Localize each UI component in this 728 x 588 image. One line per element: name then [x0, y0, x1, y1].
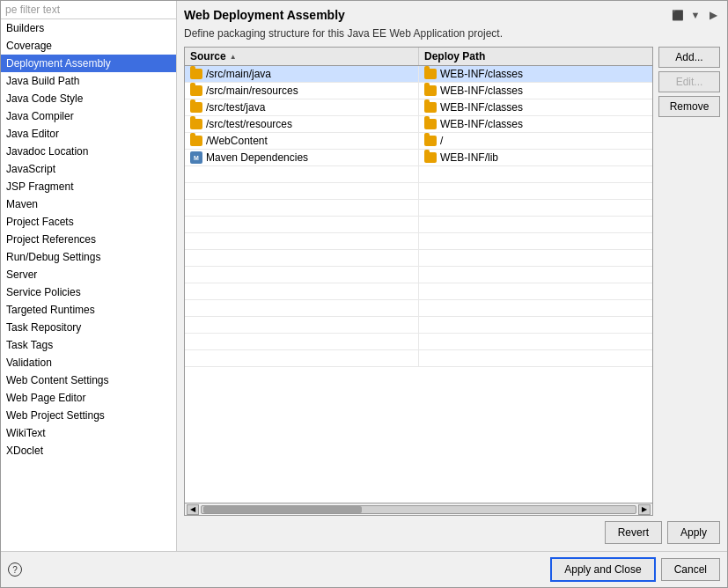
source-text: /src/main/resources	[206, 85, 298, 97]
expand-icon[interactable]: ⬛	[671, 8, 685, 22]
sidebar-item[interactable]: Web Content Settings	[1, 371, 176, 389]
cancel-button[interactable]: Cancel	[661, 558, 720, 581]
main-content: Web Deployment Assembly ⬛ ▼ ▶ Define pac…	[177, 1, 727, 551]
page-title: Web Deployment Assembly	[184, 8, 345, 22]
table-row[interactable]: /src/main/resourcesWEB-INF/classes	[185, 83, 652, 99]
description: Define packaging structure for this Java…	[184, 27, 720, 40]
filter-input[interactable]	[1, 1, 176, 19]
empty-source	[185, 350, 419, 366]
empty-source	[185, 217, 419, 232]
sidebar-item[interactable]: WikiText	[1, 424, 176, 442]
sidebar-item[interactable]: XDoclet	[1, 442, 176, 459]
empty-source	[185, 233, 419, 249]
cell-source: /src/test/java	[185, 99, 419, 115]
sidebar-item[interactable]: JSP Fragment	[1, 178, 176, 195]
help-icon[interactable]: ?	[8, 562, 22, 577]
source-text: /src/test/resources	[206, 118, 292, 130]
empty-source	[185, 317, 419, 333]
sidebar-item[interactable]: Coverage	[1, 37, 176, 55]
title-icons: ⬛ ▼ ▶	[671, 8, 720, 22]
sidebar-item[interactable]: Maven	[1, 195, 176, 213]
empty-source	[185, 267, 419, 283]
empty-deploy	[419, 206, 652, 209]
remove-button[interactable]: Remove	[658, 96, 720, 117]
collapse-icon[interactable]: ▼	[688, 8, 702, 22]
revert-button[interactable]: Revert	[605, 521, 662, 544]
table-row-empty	[185, 233, 652, 250]
empty-deploy	[419, 239, 652, 243]
sidebar-item[interactable]: Java Code Style	[1, 90, 176, 107]
sidebar-item[interactable]: JavaScript	[1, 160, 176, 178]
sidebar-item[interactable]: Builders	[1, 19, 176, 37]
table-row[interactable]: /WebContent/	[185, 133, 652, 150]
table-row[interactable]: /src/main/javaWEB-INF/classes	[185, 66, 652, 83]
info-icon[interactable]: ▶	[706, 8, 720, 22]
cell-deploy: WEB-INF/lib	[419, 150, 652, 165]
apply-close-button[interactable]: Apply and Close	[550, 557, 655, 582]
empty-source	[185, 250, 419, 266]
deploy-folder-icon	[424, 102, 437, 113]
empty-source	[185, 166, 419, 182]
sidebar-item[interactable]: Task Repository	[1, 319, 176, 336]
help-area: ?	[8, 562, 22, 577]
table-row-empty	[185, 300, 652, 317]
sidebar: BuildersCoverageDeployment AssemblyJava …	[1, 1, 177, 551]
cell-source: /src/main/java	[185, 66, 419, 82]
sort-icon: ▲	[230, 53, 237, 61]
sidebar-item[interactable]: Server	[1, 266, 176, 283]
main-title-bar: Web Deployment Assembly ⬛ ▼ ▶	[184, 8, 720, 22]
empty-deploy	[419, 356, 652, 360]
table-row[interactable]: /src/test/resourcesWEB-INF/classes	[185, 116, 652, 133]
add-button[interactable]: Add...	[658, 47, 720, 68]
deploy-text: /	[440, 135, 443, 147]
scroll-left-btn[interactable]: ◀	[187, 504, 199, 515]
table-row[interactable]: /src/test/javaWEB-INF/classes	[185, 99, 652, 116]
table-body: /src/main/javaWEB-INF/classes/src/main/r…	[185, 66, 652, 503]
sidebar-wrapper: BuildersCoverageDeployment AssemblyJava …	[1, 1, 177, 551]
edit-button[interactable]: Edit...	[658, 71, 720, 92]
sidebar-item[interactable]: Web Project Settings	[1, 407, 176, 424]
table-row-empty	[185, 183, 652, 200]
cell-deploy: WEB-INF/classes	[419, 83, 652, 99]
sidebar-item[interactable]: Project References	[1, 231, 176, 248]
folder-icon	[190, 119, 202, 129]
empty-deploy	[419, 256, 652, 260]
empty-deploy	[419, 306, 652, 310]
cell-deploy: WEB-INF/classes	[419, 116, 652, 132]
deploy-text: WEB-INF/classes	[440, 118, 523, 130]
sidebar-item[interactable]: Java Compiler	[1, 107, 176, 125]
sidebar-item[interactable]: Javadoc Location	[1, 143, 176, 160]
deploy-folder-icon	[424, 136, 437, 146]
sidebar-item[interactable]: Service Policies	[1, 283, 176, 301]
source-text: /src/test/java	[206, 101, 265, 114]
sidebar-item[interactable]: Run/Debug Settings	[1, 248, 176, 266]
deploy-text: WEB-INF/classes	[440, 85, 523, 97]
empty-source	[185, 300, 419, 316]
scroll-right-btn[interactable]: ▶	[638, 504, 651, 515]
sidebar-item[interactable]: Java Build Path	[1, 72, 176, 90]
scroll-thumb[interactable]	[203, 506, 362, 513]
cell-deploy: /	[419, 133, 652, 149]
table-row-empty	[185, 217, 652, 233]
cell-source: /src/test/resources	[185, 116, 419, 132]
sidebar-item[interactable]: Deployment Assembly	[1, 55, 176, 72]
table-header: Source ▲ Deploy Path	[185, 48, 652, 66]
action-buttons: Add... Edit... Remove	[658, 47, 720, 516]
deploy-text: WEB-INF/lib	[440, 151, 498, 164]
table-row[interactable]: MMaven DependenciesWEB-INF/lib	[185, 150, 652, 166]
source-text: /src/main/java	[206, 68, 271, 80]
deploy-folder-icon	[424, 119, 437, 129]
sidebar-item[interactable]: Validation	[1, 354, 176, 371]
folder-icon	[190, 85, 202, 96]
apply-button[interactable]: Apply	[667, 521, 720, 544]
sidebar-item[interactable]: Project Facets	[1, 213, 176, 231]
table-row-empty	[185, 267, 652, 283]
sidebar-item[interactable]: Web Page Editor	[1, 389, 176, 407]
cell-deploy: WEB-INF/classes	[419, 99, 652, 115]
sidebar-item[interactable]: Targeted Runtimes	[1, 301, 176, 319]
deploy-folder-icon	[424, 85, 437, 96]
cell-source: /src/main/resources	[185, 83, 419, 99]
sidebar-item[interactable]: Task Tags	[1, 336, 176, 354]
sidebar-item[interactable]: Java Editor	[1, 125, 176, 143]
deploy-folder-icon	[424, 152, 437, 163]
